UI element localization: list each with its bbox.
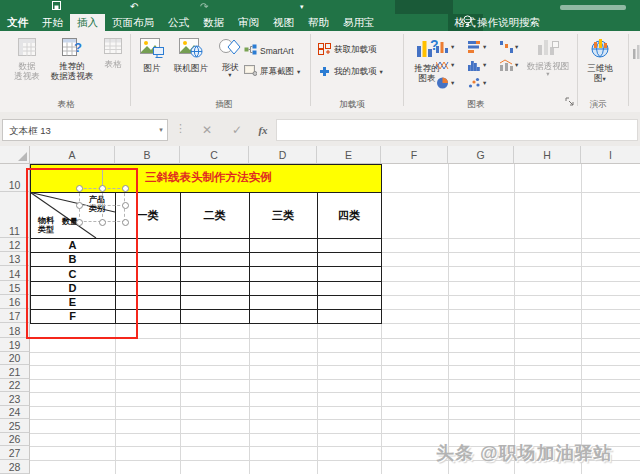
screenshot-icon [244,65,257,78]
banner-title: 三斜线表头制作方法实例 [145,170,272,185]
insert-scatter-chart-button[interactable]: ▾ [468,77,486,89]
row-header-24[interactable]: 24 [0,406,30,419]
column-header-I[interactable]: I [581,146,640,164]
select-all-corner[interactable] [0,146,30,164]
tab-help[interactable]: 帮助 [301,14,336,31]
table-icon [98,38,128,56]
column-header-G[interactable]: G [448,146,514,164]
formula-bar-splitter-icon[interactable]: ⋮ [175,122,186,135]
tab-home[interactable]: 开始 [35,14,70,31]
name-box[interactable]: 文本框 13 [2,119,168,141]
contextual-tab-group-header [395,0,453,14]
online-pictures-button[interactable]: 联机图片 [170,38,212,73]
waterfall-chart-icon [500,41,513,53]
pictures-label: 图片 [144,63,161,73]
save-icon[interactable] [52,1,61,13]
screenshot-button[interactable]: 屏幕截图 ▾ [244,65,300,78]
insert-waterfall-chart-button[interactable]: ▾ [500,41,518,53]
insert-function-button[interactable]: fx [252,119,274,141]
recommended-pivottables-icon: ? [48,38,96,58]
tab-view[interactable]: 视图 [266,14,301,31]
tab-formulas[interactable]: 公式 [161,14,196,31]
table-border [381,164,382,324]
group-divider [577,34,578,106]
pivotchart-dropdown-icon: ▾ [524,71,572,77]
pictures-button[interactable]: 图片 [136,38,168,73]
insert-bar-chart-button[interactable]: ▾ [468,41,486,53]
gridline [30,419,640,420]
enter-button[interactable]: ✓ [226,119,248,141]
pivottable-icon [6,38,48,58]
my-addins-dropdown-icon[interactable]: ▾ [380,69,383,75]
gridline [448,164,449,474]
tab-data[interactable]: 数据 [196,14,231,31]
shapes-dropdown-icon[interactable]: ▾ [214,72,246,78]
row-header-23[interactable]: 23 [0,392,30,406]
row-header-27[interactable]: 27 [0,446,30,460]
line-chart-icon [436,59,449,71]
category-cell-2[interactable]: 二类 [181,192,248,238]
lightbulb-icon [462,15,473,30]
gridline [30,392,640,393]
column-header-F[interactable]: F [381,146,448,164]
qat-customize-icon[interactable]: ▾ [300,1,304,13]
tab-yiyongbao[interactable]: 易用宝 [336,14,382,31]
column-header-H[interactable]: H [514,146,581,164]
map3d-label: 三维地 图 [587,63,613,83]
demo-group-label: 演示 [563,99,633,111]
smartart-label: SmartArt [260,46,294,56]
tell-me-search[interactable]: 操作说明搜索 [462,14,540,31]
gridline [30,365,640,366]
cancel-button[interactable]: ✕ [196,119,218,141]
tables-group-label: 表格 [31,99,101,111]
tab-review[interactable]: 审阅 [231,14,266,31]
column-header-B[interactable]: B [115,146,180,164]
redo-icon[interactable]: ↷ [200,1,208,13]
watermark-text: 头条 @职场加油驿站 [436,441,613,465]
group-divider [628,34,629,106]
histogram-chart-icon [468,59,481,71]
screenshot-label: 屏幕截图 [260,66,294,78]
worksheet[interactable]: ABCDEFGHI 101112131415161718192021222324… [0,146,640,474]
name-box-dropdown-icon[interactable]: ▾ [154,119,168,141]
row-header-28[interactable]: 28 [0,460,30,474]
my-addins-button[interactable]: 我的加载项 ▾ [318,65,383,79]
column-header-D[interactable]: D [249,146,317,164]
screenshot-dropdown-icon[interactable]: ▾ [297,69,300,75]
shapes-button[interactable]: 形状 ▾ [214,38,246,78]
row-header-20[interactable]: 20 [0,352,30,365]
map3d-button[interactable]: 三维地 图▾ [582,38,618,83]
column-header-C[interactable]: C [180,146,249,164]
insert-histogram-chart-button[interactable]: ▾ [468,59,486,71]
svg-text:?: ? [74,40,82,55]
row-header-25[interactable]: 25 [0,419,30,433]
formula-input[interactable] [276,119,638,141]
smartart-button[interactable]: SmartArt [244,44,294,57]
my-addins-label: 我的加载项 [334,66,377,78]
column-header-A[interactable]: A [30,146,115,164]
map3d-dropdown-icon[interactable]: ▾ [603,75,606,82]
gridline [30,379,640,380]
row-header-19[interactable]: 19 [0,338,30,352]
get-addins-icon [318,43,331,57]
row-header-21[interactable]: 21 [0,365,30,379]
insert-column-chart-button[interactable]: ▾ [436,41,454,53]
pie-chart-icon [436,77,449,89]
tab-file[interactable]: 文件 [0,14,35,31]
get-addins-button[interactable]: 获取加载项 [318,43,377,57]
insert-pie-chart-button[interactable]: ▾ [436,77,454,89]
addins-group-label: 加载项 [317,99,387,111]
column-header-E[interactable]: E [317,146,381,164]
category-cell-4[interactable]: 四类 [318,192,380,238]
category-cell-3[interactable]: 三类 [250,192,316,238]
bar-chart-icon [468,41,481,53]
recommended-pivottables-button[interactable]: ? 推荐的 数据透视表 [48,38,96,81]
row-header-26[interactable]: 26 [0,433,30,446]
gridline [30,352,640,353]
tab-page-layout[interactable]: 页面布局 [105,14,161,31]
row-header-22[interactable]: 22 [0,379,30,392]
tab-insert[interactable]: 插入 [70,14,105,31]
undo-icon[interactable]: ↶ [130,1,138,13]
insert-line-chart-button[interactable]: ▾ [436,59,454,71]
insert-combo-chart-button[interactable]: ▾ [500,59,518,71]
